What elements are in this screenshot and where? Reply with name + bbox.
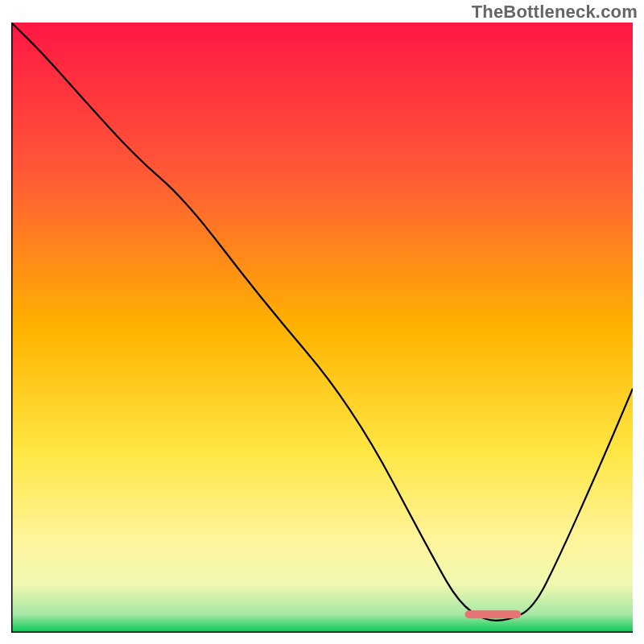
chart-svg xyxy=(11,23,633,633)
plot-area xyxy=(11,23,633,633)
optimal-range-marker xyxy=(465,610,522,618)
watermark-text: TheBottleneck.com xyxy=(472,2,638,23)
chart-container: TheBottleneck.com xyxy=(0,0,644,644)
gradient-background xyxy=(11,23,633,633)
